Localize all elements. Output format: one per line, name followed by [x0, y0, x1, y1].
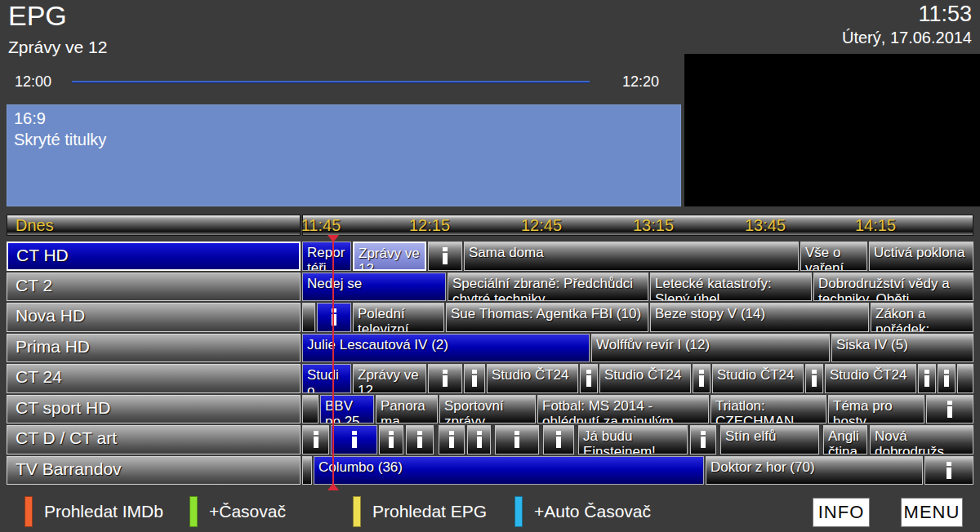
- program-tile[interactable]: Nedej se: [302, 273, 446, 302]
- program-title: Uctivá poklona: [874, 245, 965, 260]
- program-tile-info[interactable]: [467, 425, 491, 454]
- program-tile[interactable]: Studio ČT24: [487, 364, 578, 393]
- program-tile-info[interactable]: [379, 425, 403, 454]
- channel-item[interactable]: CT D / CT art: [7, 425, 301, 454]
- program-tile[interactable]: Speciální zbraně: Předchůdci chytré tech…: [448, 273, 648, 302]
- footer-hotkey[interactable]: +Auto Časovač: [514, 495, 651, 528]
- program-tile-info[interactable]: [938, 364, 956, 393]
- program-tile-info[interactable]: [317, 303, 351, 332]
- program-tile[interactable]: Zákon a pořádek:: [871, 303, 973, 332]
- program-tile[interactable]: Zprávy ve 12: [353, 242, 426, 271]
- program-tile-info[interactable]: [428, 364, 462, 393]
- program-tile-info[interactable]: [495, 425, 539, 454]
- program-tile-info[interactable]: [918, 364, 936, 393]
- program-title: Studio ČT24: [492, 367, 569, 383]
- hotkey-color-bar: [24, 496, 33, 527]
- program-tile[interactable]: Sue Thomas: Agentka FBI (10): [446, 303, 648, 332]
- program-tile[interactable]: Zprávy ve 12: [353, 364, 426, 393]
- program-tile[interactable]: Angličtina: [823, 425, 867, 454]
- channel-item[interactable]: CT 24: [7, 364, 301, 393]
- channel-item[interactable]: Nova HD: [7, 303, 301, 332]
- channel-item[interactable]: Prima HD: [7, 334, 301, 363]
- program-title: Téma pro hosty: [833, 398, 893, 424]
- program-tile[interactable]: Reportéři ČT: [302, 242, 351, 271]
- program-tile[interactable]: Studio ČT24: [712, 364, 804, 393]
- program-tile[interactable]: Studio ČT24: [599, 364, 691, 393]
- channel-item[interactable]: CT sport HD: [7, 395, 301, 424]
- footer-hotkey[interactable]: Prohledat IMDb: [24, 495, 163, 528]
- program-lane: Nedej seSpeciální zbraně: Předchůdci chy…: [302, 273, 973, 302]
- program-tile[interactable]: Letecké katastrofy: Slepý úhel: [650, 273, 812, 302]
- program-tile[interactable]: Wolffův revír I (12): [591, 334, 830, 363]
- info-icon: [556, 431, 561, 448]
- program-tile[interactable]: Triatlon: CZECHMAN: [710, 395, 826, 424]
- timeline-tick: 12:45: [521, 216, 562, 235]
- program-tile[interactable]: Julie Lescautová IV (2): [302, 334, 590, 363]
- program-title: Speciální zbraně: Předchůdci chytré tech…: [452, 276, 633, 302]
- program-tile-info[interactable]: [464, 364, 485, 393]
- program-tile-info[interactable]: [331, 425, 377, 454]
- program-tile[interactable]: Panorama: [376, 395, 438, 424]
- channel-item[interactable]: TV Barrandov: [7, 456, 301, 485]
- program-tile[interactable]: Vše o vaření: [800, 242, 867, 271]
- program-tile[interactable]: [302, 303, 315, 332]
- program-tile[interactable]: Columbo (36): [314, 456, 704, 485]
- program-lane: Julie Lescautová IV (2)Wolffův revír I (…: [302, 334, 973, 363]
- epg-row: CT 2Nedej seSpeciální zbraně: Předchůdci…: [7, 273, 973, 302]
- program-tile-info[interactable]: [428, 242, 462, 271]
- info-icon: [586, 370, 591, 387]
- program-lane: Reportéři ČTZprávy ve 12Sama domaVše o v…: [302, 242, 973, 271]
- program-tile[interactable]: Já budu Einsteinem!: [578, 425, 688, 454]
- program-tile[interactable]: Polední televizní: [353, 303, 444, 332]
- program-tile[interactable]: Stín elfů: [720, 425, 819, 454]
- program-tile[interactable]: Sportovní zprávy: [439, 395, 536, 424]
- progress-start-time: 12:00: [15, 73, 51, 91]
- program-tile-info[interactable]: [926, 395, 973, 424]
- program-title: Wolffův revír I (12): [596, 337, 710, 352]
- program-tile[interactable]: Téma pro hosty: [828, 395, 924, 424]
- program-tile[interactable]: Siska IV (5): [831, 334, 973, 363]
- program-tile[interactable]: [302, 456, 312, 485]
- info-icon: [443, 247, 448, 264]
- footer-hotkey[interactable]: Prohledat EPG: [353, 495, 487, 528]
- program-title: Nedej se: [307, 276, 362, 291]
- program-tile[interactable]: Fotbal: MS 2014 - ohlédnutí za minulým: [537, 395, 709, 424]
- program-tile-info[interactable]: [406, 425, 434, 454]
- program-tile-info[interactable]: [543, 425, 574, 454]
- program-lane: BBV po 25PanoramaSportovní zprávyFotbal:…: [302, 395, 973, 424]
- program-tile-info[interactable]: [439, 425, 465, 454]
- epg-row: Prima HDJulie Lescautová IV (2)Wolffův r…: [7, 334, 973, 363]
- epg-row: TV BarrandovColumbo (36)Doktor z hor (70…: [7, 456, 973, 485]
- program-tile-info[interactable]: [690, 425, 716, 454]
- epg-row: CT HDReportéři ČTZprávy ve 12Sama domaVš…: [7, 242, 973, 271]
- program-tile[interactable]: Dobrodružství vědy a techniky. Oběti: [813, 273, 973, 302]
- program-tile[interactable]: BBV po 25: [320, 395, 374, 424]
- program-tile[interactable]: Uctivá poklona: [869, 242, 973, 271]
- program-tile[interactable]: [302, 395, 318, 424]
- program-tile-info[interactable]: [302, 425, 329, 454]
- program-tile[interactable]: [957, 364, 973, 393]
- program-tile-info[interactable]: [805, 364, 823, 393]
- program-tile[interactable]: Beze stopy V (14): [650, 303, 869, 332]
- program-tile[interactable]: Doktor z hor (70): [706, 456, 923, 485]
- program-tile[interactable]: Sama doma: [464, 242, 799, 271]
- program-title: Studio ČT24: [604, 367, 682, 383]
- hotkey-color-bar: [353, 496, 361, 527]
- program-tile-info[interactable]: [580, 364, 598, 393]
- program-tile[interactable]: Studio ČT24: [825, 364, 916, 393]
- program-lane: Studio ČT24Zprávy ve 12Studio ČT24Studio…: [302, 364, 973, 393]
- info-button[interactable]: INFO: [813, 498, 870, 527]
- epg-grid: CT HDReportéři ČTZprávy ve 12Sama domaVš…: [7, 242, 973, 486]
- channel-item[interactable]: CT HD: [7, 242, 301, 271]
- program-tile-info[interactable]: [693, 364, 710, 393]
- menu-button[interactable]: MENU: [901, 498, 963, 527]
- program-title: Doktor z hor (70): [710, 459, 815, 475]
- program-title: Zprávy ve 12: [359, 246, 420, 271]
- day-selector[interactable]: Dnes: [7, 215, 301, 236]
- footer-hotkey[interactable]: +Časovač: [189, 495, 286, 528]
- program-tile[interactable]: Studio ČT24: [302, 364, 351, 393]
- channel-item[interactable]: CT 2: [7, 273, 301, 302]
- program-tile-info[interactable]: [924, 456, 973, 485]
- program-tile[interactable]: Nová dobrodružs: [870, 425, 973, 454]
- timeline-tick: 13:15: [633, 216, 674, 235]
